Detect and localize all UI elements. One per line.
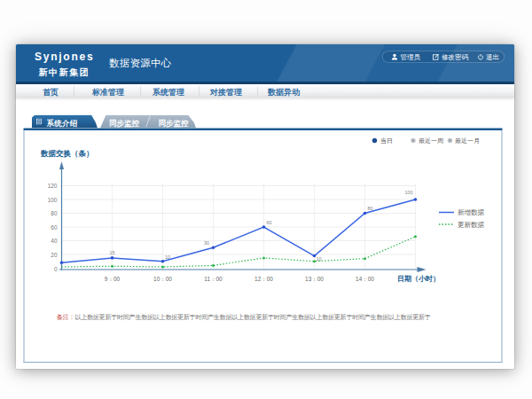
svg-text:60: 60	[267, 220, 272, 225]
svg-text:更新数据: 更新数据	[458, 221, 485, 229]
svg-text:100: 100	[405, 190, 413, 195]
svg-text:最近一周: 最近一周	[419, 137, 443, 144]
svg-text:11：00: 11：00	[204, 276, 223, 282]
svg-text:9：00: 9：00	[105, 276, 121, 282]
svg-text:100: 100	[48, 197, 58, 203]
svg-text:30: 30	[204, 240, 209, 246]
svg-text:12：00: 12：00	[254, 276, 273, 282]
svg-text:13：00: 13：00	[305, 276, 324, 282]
svg-text:10: 10	[317, 256, 322, 262]
svg-text:10：00: 10：00	[153, 276, 172, 282]
svg-text:120: 120	[48, 183, 58, 189]
svg-text:当日: 当日	[380, 137, 393, 145]
svg-text:日期（小时）: 日期（小时）	[397, 275, 440, 283]
svg-text:80: 80	[51, 210, 58, 216]
svg-text:数据交换（条）: 数据交换（条）	[40, 149, 94, 158]
svg-text:0: 0	[54, 266, 58, 272]
svg-text:最近一月: 最近一月	[455, 137, 480, 145]
svg-text:14：00: 14：00	[356, 276, 374, 282]
svg-text:20: 20	[51, 252, 58, 258]
svg-text:新增数据: 新增数据	[458, 208, 485, 216]
svg-text:40: 40	[51, 238, 58, 244]
svg-text:15: 15	[109, 250, 114, 255]
svg-text:60: 60	[51, 224, 58, 231]
svg-text:10: 10	[165, 254, 170, 260]
svg-text:80: 80	[368, 206, 373, 211]
